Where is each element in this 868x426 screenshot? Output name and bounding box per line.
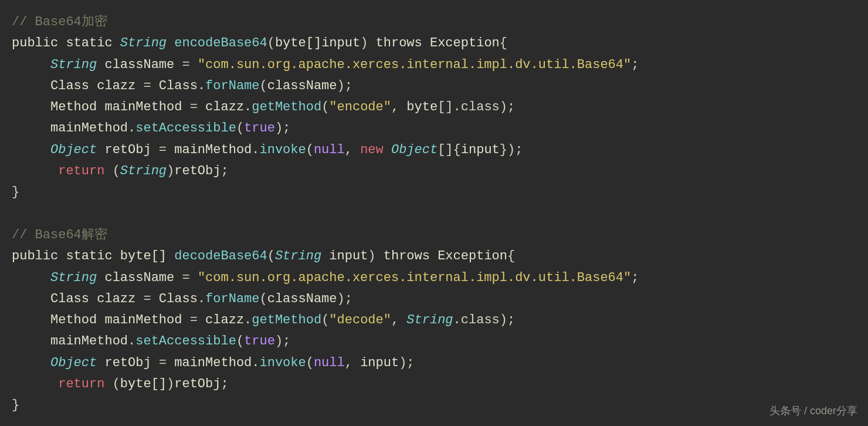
var-clazz: clazz	[205, 313, 244, 327]
comment-line: // Base64加密	[12, 15, 107, 29]
var-classname: className	[267, 292, 337, 306]
type-string: String	[406, 313, 453, 327]
var-clazz: clazz	[205, 100, 244, 114]
var-retobj: retObj	[174, 164, 221, 178]
string-literal: "encode"	[329, 100, 391, 114]
literal-true: true	[244, 121, 275, 136]
var-input: input	[360, 356, 399, 370]
method-setaccessible: setAccessible	[135, 121, 236, 136]
watermark-text: 头条号 / coder分享	[769, 403, 857, 420]
code-block: // Base64加密 public static String encodeB…	[12, 12, 856, 417]
type-string: String	[50, 58, 97, 72]
literal-null: null	[314, 143, 345, 157]
type-exception: Exception	[430, 36, 500, 50]
var-classname: className	[104, 271, 174, 285]
var-input: input	[461, 143, 500, 157]
keyword-return: return	[58, 164, 104, 178]
var-classname: className	[104, 58, 174, 72]
literal-true: true	[244, 334, 275, 349]
var-mainmethod: mainMethod	[104, 100, 182, 114]
type-string: String	[275, 249, 321, 263]
type-object: Object	[50, 356, 97, 370]
method-invoke: invoke	[260, 143, 306, 157]
method-getmethod: getMethod	[252, 313, 321, 327]
type-class: Class	[159, 292, 198, 306]
type-exception: Exception	[438, 249, 507, 263]
type-string: String	[50, 271, 97, 285]
method-invoke: invoke	[260, 356, 306, 370]
method-encode: encodeBase64	[174, 36, 267, 50]
string-literal: "com.sun.org.apache.xerces.internal.impl…	[198, 58, 631, 72]
keyword-throws: throws	[376, 36, 422, 50]
var-mainmethod: mainMethod	[50, 334, 128, 349]
keyword-new: new	[360, 143, 384, 157]
keyword-return: return	[58, 377, 104, 391]
type-method: Method	[50, 313, 97, 327]
var-mainmethod: mainMethod	[50, 121, 128, 136]
param-input: input	[329, 249, 368, 263]
type-bytearr: byte[]	[120, 249, 167, 263]
type-string: String	[120, 36, 167, 50]
method-forname: forName	[205, 79, 259, 93]
var-mainmethod: mainMethod	[174, 143, 252, 157]
var-retobj: retObj	[104, 356, 151, 370]
var-retobj: retObj	[104, 143, 151, 157]
type-byte: byte	[406, 100, 438, 114]
type-method: Method	[50, 100, 97, 114]
method-getmethod: getMethod	[252, 100, 321, 114]
string-literal: "decode"	[329, 313, 391, 327]
type-object: Object	[50, 143, 97, 157]
param-type: byte[]	[275, 36, 321, 50]
keyword-public: public	[12, 36, 58, 50]
literal-null: null	[314, 356, 345, 370]
param-input: input	[321, 36, 360, 50]
var-mainmethod: mainMethod	[104, 313, 182, 327]
type-object: Object	[391, 143, 438, 157]
method-decode: decodeBase64	[174, 249, 267, 263]
method-setaccessible: setAccessible	[135, 334, 236, 349]
var-clazz: clazz	[97, 79, 135, 93]
type-string: String	[120, 164, 167, 178]
comment-line: // Base64解密	[12, 228, 107, 242]
type-class: Class	[159, 79, 198, 93]
type-class: Class	[50, 292, 89, 306]
var-mainmethod: mainMethod	[174, 356, 252, 370]
keyword-throws: throws	[384, 249, 430, 263]
var-clazz: clazz	[97, 292, 135, 306]
keyword-static: static	[66, 249, 112, 263]
string-literal: "com.sun.org.apache.xerces.internal.impl…	[198, 271, 631, 285]
var-retobj: retObj	[174, 377, 221, 391]
keyword-static: static	[66, 36, 112, 50]
type-bytearr: byte[]	[120, 377, 167, 391]
var-classname: className	[267, 79, 337, 93]
keyword-public: public	[12, 249, 58, 263]
type-class: Class	[50, 79, 89, 93]
method-forname: forName	[205, 292, 259, 306]
